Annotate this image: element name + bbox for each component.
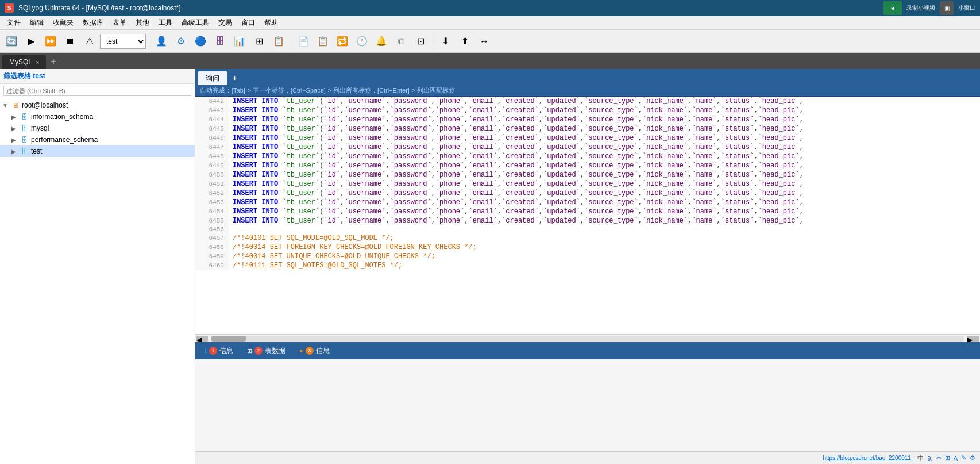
edit-icon: ✎ bbox=[961, 454, 966, 462]
table-row: 6456 bbox=[195, 225, 980, 233]
menu-item-数据库[interactable]: 数据库 bbox=[78, 17, 108, 29]
menu-item-高级工具[interactable]: 高级工具 bbox=[177, 17, 214, 29]
query-tab-add[interactable]: + bbox=[227, 71, 242, 85]
line-content: /*!40111 SET SQL_NOTES=@OLD_SQL_NOTES */… bbox=[229, 261, 980, 270]
expand-icon-5: ▶ bbox=[11, 148, 20, 155]
sql-editor[interactable]: 6442INSERT INTO `tb_user`(`id`,`username… bbox=[195, 97, 980, 334]
db-tab-mysql[interactable]: MySQL × bbox=[2, 55, 46, 69]
scroll-left-btn[interactable]: ◀ bbox=[196, 336, 208, 342]
table-row: 6459/*!40014 SET UNIQUE_CHECKS=@OLD_UNIQ… bbox=[195, 252, 980, 261]
line-content: INSERT INTO `tb_user`(`id`,`username`,`p… bbox=[229, 115, 980, 124]
table-row: 6460/*!40111 SET SQL_NOTES=@OLD_SQL_NOTE… bbox=[195, 261, 980, 270]
tree-item-info-schema[interactable]: ▶ 🗄 information_schema bbox=[0, 111, 195, 122]
db-tabs: MySQL × + bbox=[0, 53, 980, 69]
copy-btn[interactable]: 📄 bbox=[294, 32, 312, 51]
bottom-tab-tabledata[interactable]: ⊞ 2 表数据 bbox=[240, 343, 292, 358]
form-btn[interactable]: 📋 bbox=[269, 32, 288, 51]
menu-item-窗口[interactable]: 窗口 bbox=[237, 17, 260, 29]
small-window-icon: ▣ bbox=[940, 1, 954, 15]
line-number: 6449 bbox=[195, 161, 229, 170]
grid-icon: ⊞ bbox=[247, 347, 252, 355]
line-number: 6453 bbox=[195, 198, 229, 207]
line-number: 6460 bbox=[195, 261, 229, 270]
menu-item-编辑[interactable]: 编辑 bbox=[25, 17, 48, 29]
stop-btn[interactable]: ⏹ bbox=[61, 32, 79, 51]
line-content: INSERT INTO `tb_user`(`id`,`username`,`p… bbox=[229, 216, 980, 225]
info-icon: ℹ bbox=[205, 347, 207, 355]
line-content: /*!40014 SET UNIQUE_CHECKS=@OLD_UNIQUE_C… bbox=[229, 252, 980, 261]
tree-view: ▼ 🖥 root@localhost ▶ 🗄 information_schem… bbox=[0, 98, 195, 464]
menu-item-表单[interactable]: 表单 bbox=[108, 17, 131, 29]
status-icons: https://blog.csdn.net/bao_2200011_ 中 9, … bbox=[823, 454, 975, 462]
bottom-tab-info[interactable]: ℹ 1 信息 bbox=[198, 343, 240, 358]
separator-3 bbox=[433, 33, 433, 49]
refresh-btn[interactable]: 🔄 bbox=[2, 32, 21, 51]
line-number: 6457 bbox=[195, 233, 229, 243]
line-number: 6448 bbox=[195, 152, 229, 161]
line-number: 6443 bbox=[195, 106, 229, 115]
status-bar: https://blog.csdn.net/bao_2200011_ 中 9, … bbox=[195, 451, 980, 464]
sync-btn[interactable]: 🔵 bbox=[191, 32, 210, 51]
settings-icon[interactable]: ⚙ bbox=[970, 454, 975, 462]
filter-input[interactable] bbox=[3, 86, 191, 96]
split-btn[interactable]: ⊡ bbox=[411, 32, 430, 51]
import-btn[interactable]: ⬇ bbox=[436, 32, 454, 51]
history-btn[interactable]: 🕐 bbox=[353, 32, 371, 51]
db-tab-add[interactable]: + bbox=[46, 54, 60, 69]
menu-item-收藏夹[interactable]: 收藏夹 bbox=[48, 17, 78, 29]
grid-btn[interactable]: ⊞ bbox=[250, 32, 268, 51]
user-btn[interactable]: 👤 bbox=[152, 32, 171, 51]
status-url[interactable]: https://blog.csdn.net/bao_2200011_ bbox=[823, 455, 914, 461]
export-btn[interactable]: ⬆ bbox=[456, 32, 474, 51]
schema-btn[interactable]: ⚙ bbox=[172, 32, 190, 51]
line-number: 6456 bbox=[195, 225, 229, 233]
table-row: 6457/*!40101 SET SQL_MODE=@OLD_SQL_MODE … bbox=[195, 233, 980, 243]
menu-item-工具[interactable]: 工具 bbox=[154, 17, 177, 29]
hscroll-thumb[interactable] bbox=[211, 336, 246, 342]
hscroll-area[interactable]: ◀ ▶ bbox=[195, 334, 980, 342]
line-number: 6454 bbox=[195, 207, 229, 216]
menu-item-帮助[interactable]: 帮助 bbox=[260, 17, 283, 29]
tree-item-mysql[interactable]: ▶ 🗄 mysql bbox=[0, 122, 195, 134]
scroll-right-btn[interactable]: ▶ bbox=[967, 336, 979, 342]
line-number: 6446 bbox=[195, 133, 229, 143]
line-number: 6450 bbox=[195, 170, 229, 179]
server-icon: 🖥 bbox=[10, 101, 20, 110]
paste-btn[interactable]: 📋 bbox=[314, 32, 332, 51]
bottom-tab-info2[interactable]: ● 3 信息 bbox=[292, 343, 337, 358]
dup-btn[interactable]: ⧉ bbox=[392, 32, 410, 51]
db-btn[interactable]: 🗄 bbox=[211, 32, 229, 51]
run-all-btn[interactable]: ⏩ bbox=[41, 32, 60, 51]
db-selector[interactable]: test bbox=[100, 34, 146, 49]
line-number: 6444 bbox=[195, 115, 229, 124]
line-number: 6445 bbox=[195, 124, 229, 133]
query-tab-1[interactable]: 询问 bbox=[198, 71, 227, 85]
app-icon: S bbox=[5, 3, 14, 13]
run-btn[interactable]: ▶ bbox=[22, 32, 40, 51]
menu-item-其他[interactable]: 其他 bbox=[131, 17, 154, 29]
table-row: 6450INSERT INTO `tb_user`(`id`,`username… bbox=[195, 170, 980, 179]
db-tab-close[interactable]: × bbox=[36, 59, 39, 66]
tree-item-test[interactable]: ▶ 🗄 test bbox=[0, 145, 195, 157]
grid-status-icon: ⊞ bbox=[945, 454, 950, 462]
menu-item-交易[interactable]: 交易 bbox=[214, 17, 237, 29]
line-content: INSERT INTO `tb_user`(`id`,`username`,`p… bbox=[229, 97, 980, 106]
loop-btn[interactable]: 🔁 bbox=[333, 32, 352, 51]
table-row: 6454INSERT INTO `tb_user`(`id`,`username… bbox=[195, 207, 980, 216]
hscroll-track[interactable] bbox=[211, 336, 964, 342]
task-btn[interactable]: 🔔 bbox=[372, 32, 391, 51]
menu-item-文件[interactable]: 文件 bbox=[2, 17, 25, 29]
bottom-tab-1-label: 信息 bbox=[219, 346, 233, 356]
line-content: INSERT INTO `tb_user`(`id`,`username`,`p… bbox=[229, 106, 980, 115]
tree-item-root[interactable]: ▼ 🖥 root@localhost bbox=[0, 99, 195, 111]
table-row: 6445INSERT INTO `tb_user`(`id`,`username… bbox=[195, 124, 980, 133]
tab-badge-1: 1 bbox=[209, 347, 217, 355]
alert-icon: ● bbox=[299, 347, 303, 354]
migrate-btn[interactable]: ↔ bbox=[475, 32, 493, 51]
lang-btn[interactable]: 中 bbox=[917, 454, 924, 462]
table-row: 6443INSERT INTO `tb_user`(`id`,`username… bbox=[195, 106, 980, 115]
line-number: 6459 bbox=[195, 252, 229, 261]
alert-btn[interactable]: ⚠ bbox=[80, 32, 99, 51]
chart-btn[interactable]: 📊 bbox=[230, 32, 249, 51]
tree-item-perf-schema[interactable]: ▶ 🗄 performance_schema bbox=[0, 134, 195, 145]
